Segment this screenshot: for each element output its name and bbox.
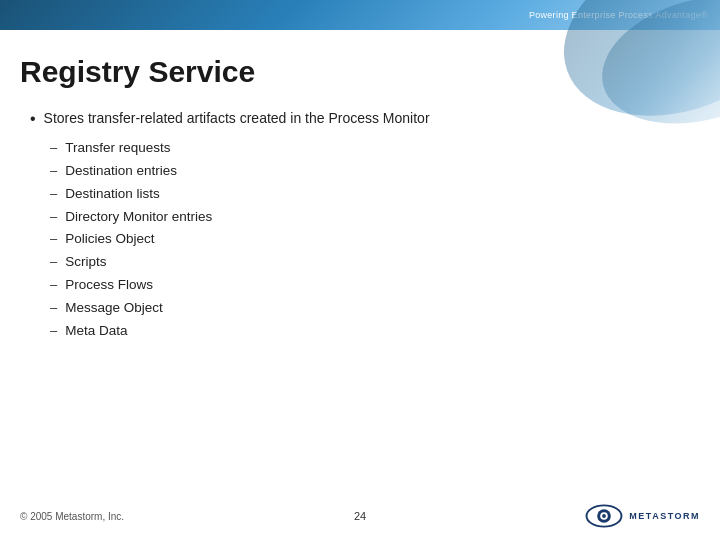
dash-icon: – xyxy=(50,161,57,181)
list-item: – Destination entries xyxy=(50,161,690,182)
list-item: – Meta Data xyxy=(50,321,690,342)
list-item: – Directory Monitor entries xyxy=(50,207,690,228)
list-item: – Scripts xyxy=(50,252,690,273)
sub-item-label: Directory Monitor entries xyxy=(65,207,212,228)
list-item: – Policies Object xyxy=(50,229,690,250)
sub-items-list: – Transfer requests – Destination entrie… xyxy=(50,138,690,342)
dash-icon: – xyxy=(50,298,57,318)
main-bullet-item: • Stores transfer-related artifacts crea… xyxy=(30,109,690,130)
sub-item-label: Policies Object xyxy=(65,229,154,250)
sub-item-label: Meta Data xyxy=(65,321,127,342)
bullet-section: • Stores transfer-related artifacts crea… xyxy=(30,109,690,342)
list-item: – Destination lists xyxy=(50,184,690,205)
sub-item-label: Scripts xyxy=(65,252,106,273)
sub-item-label: Destination lists xyxy=(65,184,160,205)
dash-icon: – xyxy=(50,184,57,204)
list-item: – Transfer requests xyxy=(50,138,690,159)
dash-icon: – xyxy=(50,252,57,272)
dash-icon: – xyxy=(50,229,57,249)
main-bullet-text: Stores transfer-related artifacts create… xyxy=(44,109,430,129)
bullet-dot: • xyxy=(30,109,36,130)
dash-icon: – xyxy=(50,275,57,295)
main-content: Registry Service • Stores transfer-relat… xyxy=(0,30,720,540)
sub-item-label: Transfer requests xyxy=(65,138,170,159)
dash-icon: – xyxy=(50,321,57,341)
sub-item-label: Destination entries xyxy=(65,161,177,182)
dash-icon: – xyxy=(50,207,57,227)
list-item: – Message Object xyxy=(50,298,690,319)
list-item: – Process Flows xyxy=(50,275,690,296)
sub-item-label: Process Flows xyxy=(65,275,153,296)
sub-item-label: Message Object xyxy=(65,298,163,319)
dash-icon: – xyxy=(50,138,57,158)
page-title: Registry Service xyxy=(20,55,690,89)
